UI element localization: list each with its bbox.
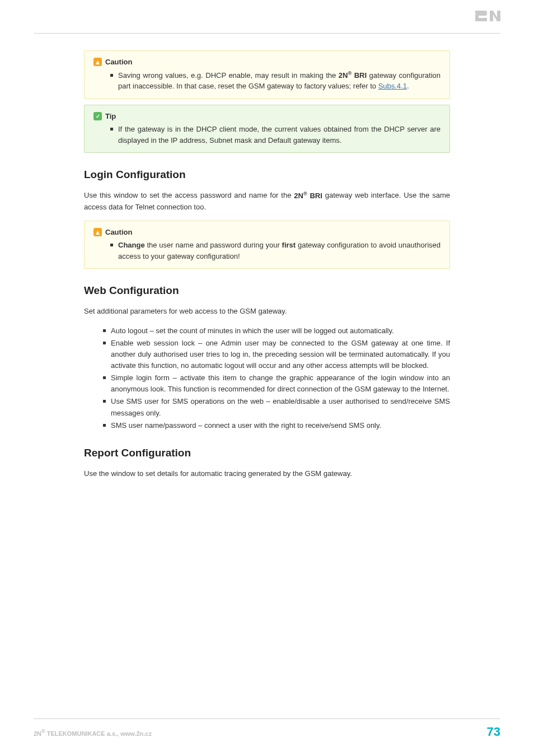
web-config-list: Auto logout – set the count of minutes i… (84, 325, 450, 431)
list-item: Auto logout – set the count of minutes i… (103, 325, 450, 337)
callout-title: ▲ Caution (93, 227, 441, 238)
callout-title-text: Caution (105, 57, 132, 68)
callout-title-text: Caution (105, 227, 132, 238)
caution-box-1: ▲ Caution Saving wrong values, e.g. DHCP… (84, 50, 450, 99)
page-content: ▲ Caution Saving wrong values, e.g. DHCP… (0, 50, 534, 479)
caution-box-2: ▲ Caution Change the user name and passw… (84, 221, 450, 269)
list-item: Simple login form – activate this item t… (103, 372, 450, 395)
report-config-para: Use the window to set details for automa… (84, 468, 450, 479)
web-config-para: Set additional parameters for web access… (84, 306, 450, 317)
login-config-heading: Login Configuration (84, 169, 450, 181)
callout-item: Change the user name and password during… (110, 240, 441, 262)
callout-item: If the gateway is in the DHCP client mod… (110, 124, 441, 146)
callout-item: Saving wrong values, e.g. DHCP enable, m… (110, 70, 441, 92)
warning-icon: ▲ (93, 58, 102, 66)
footer-company: 2N® TELEKOMUNIKACE a.s., www.2n.cz (34, 729, 152, 737)
web-config-heading: Web Configuration (84, 284, 450, 297)
brand-logo (475, 9, 500, 25)
report-config-heading: Report Configuration (84, 447, 450, 459)
list-item: Enable web session lock – one Admin user… (103, 338, 450, 371)
page-footer: 2N® TELEKOMUNIKACE a.s., www.2n.cz 73 (34, 718, 500, 739)
list-item: Use SMS user for SMS operations on the w… (103, 396, 450, 418)
page-header (34, 0, 500, 34)
warning-icon: ▲ (93, 228, 102, 236)
list-item: SMS user name/password – connect a user … (103, 420, 450, 431)
subs-link[interactable]: Subs.4.1 (378, 82, 407, 90)
callout-title: ✓ Tip (93, 111, 441, 122)
login-config-para: Use this window to set the access passwo… (84, 190, 450, 213)
callout-title-text: Tip (105, 111, 116, 122)
tip-box-1: ✓ Tip If the gateway is in the DHCP clie… (84, 105, 450, 153)
check-icon: ✓ (93, 112, 102, 120)
callout-title: ▲ Caution (93, 57, 441, 68)
page-number: 73 (487, 725, 500, 739)
